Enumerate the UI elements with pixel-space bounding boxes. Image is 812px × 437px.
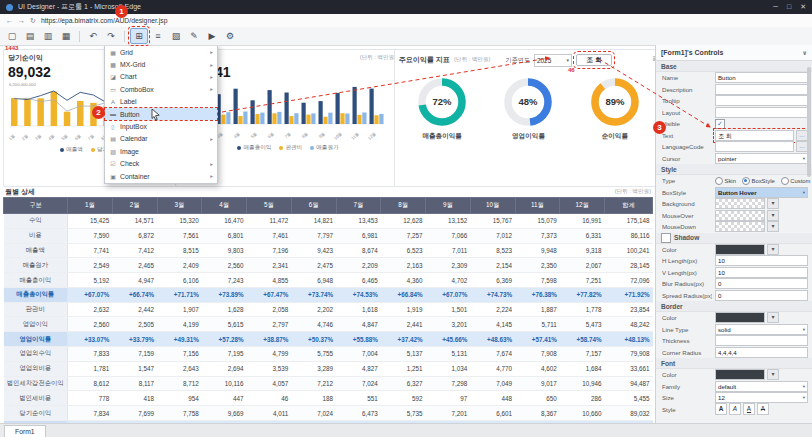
align-icon[interactable]: ≡ xyxy=(150,29,166,43)
svg-text:5월: 5월 xyxy=(250,131,258,139)
prop-cursor-row: Cursorpointer▾ xyxy=(656,153,812,165)
swatch-dropdown-button[interactable]: ▾ xyxy=(767,198,779,209)
prop-family-select[interactable]: default▾ xyxy=(715,381,808,392)
table-cell: 6,601 xyxy=(470,406,515,421)
prop-languagecode-row: LanguageCode… xyxy=(656,141,812,153)
table-row: 영업이익2,5602,5054,1995,6152,7974,7464,8472… xyxy=(4,317,653,332)
prop-visible-row: Visible✓ xyxy=(656,118,812,130)
prop-boxstyle-select[interactable]: Button Hover▾ xyxy=(715,187,808,198)
maximize-button[interactable]: □ xyxy=(787,3,791,11)
prop-h-length-px--input[interactable]: 10 xyxy=(715,255,808,266)
prop-spread-radius-px--input[interactable]: 0 xyxy=(715,290,808,301)
form-tab[interactable]: Form1 xyxy=(4,425,46,437)
table-cell: 16,991 xyxy=(560,214,605,229)
prop-color-color-swatch[interactable] xyxy=(715,312,765,323)
base-year-select[interactable]: 2025 ▾ xyxy=(534,54,572,67)
table-cell: 1,547 xyxy=(112,361,157,376)
edit-icon[interactable]: ✎ xyxy=(186,29,202,43)
refresh-icon[interactable]: ↻ xyxy=(30,17,36,25)
redo-icon[interactable]: ↷ xyxy=(103,29,119,43)
menu-item-mx-grid[interactable]: ▩MX-Grid▸ xyxy=(105,58,217,70)
swatch-dropdown-button[interactable]: ▾ xyxy=(767,369,779,380)
insert-control-icon[interactable]: ⊞ xyxy=(130,28,148,44)
prop-name-input[interactable]: Button xyxy=(715,72,808,83)
swatch-dropdown-button[interactable]: ▾ xyxy=(767,312,779,323)
menu-item-container[interactable]: ▣Container▸ xyxy=(105,170,217,182)
submenu-arrow-icon: ▸ xyxy=(210,161,213,167)
chevron-down-icon: ▾ xyxy=(803,190,805,195)
font-style-button-3[interactable]: A xyxy=(757,403,769,415)
menu-item-grid[interactable]: ▦Grid▸ xyxy=(105,46,217,58)
settings-icon[interactable]: ⚙ xyxy=(222,29,238,43)
prop-tooltip-row: Tooltip xyxy=(656,95,812,107)
radio-boxstyle[interactable]: BoxStyle xyxy=(742,177,775,185)
radio-skin[interactable]: Skin xyxy=(715,177,736,185)
prop-blur-radius-px--input[interactable]: 0 xyxy=(715,278,808,289)
prop-mouseover-color-swatch[interactable] xyxy=(715,210,765,221)
forward-icon[interactable]: → xyxy=(18,17,25,24)
prop-mousedown-color-swatch[interactable] xyxy=(715,221,765,232)
prop-description-input[interactable] xyxy=(715,84,808,95)
prop-cursor-label: Cursor xyxy=(662,155,712,162)
menu-item-check[interactable]: ☑Check▸ xyxy=(105,158,217,170)
row-label: 매출총이익 xyxy=(4,273,68,288)
table-cell: 6,465 xyxy=(336,273,381,288)
menu-item-button[interactable]: ▬Button xyxy=(105,108,217,120)
table-cell: 7,243 xyxy=(202,273,247,288)
prop-v-length-px--input[interactable]: 10 xyxy=(715,267,808,278)
table-cell: 2,202 xyxy=(291,302,336,317)
prop-thickness-input[interactable] xyxy=(715,335,808,346)
back-icon[interactable]: ← xyxy=(6,17,13,24)
section-title: Shadow xyxy=(674,234,699,241)
prop-color-label: Color xyxy=(662,371,712,378)
swatch-dropdown-button[interactable]: ▾ xyxy=(767,210,779,221)
chevron-down-icon: ▾ xyxy=(803,156,805,161)
prop-tooltip-input[interactable] xyxy=(715,95,808,106)
preview-icon[interactable]: ▶ xyxy=(204,29,220,43)
table-cell: +33.79% xyxy=(112,332,157,347)
radio-custom[interactable]: Custom xyxy=(781,177,811,185)
minimize-button[interactable]: ─ xyxy=(773,3,778,11)
prop-layout-input[interactable] xyxy=(715,107,808,118)
menu-item-label[interactable]: ALabel xyxy=(105,96,217,108)
properties-scrollbar[interactable] xyxy=(807,67,811,177)
prop-corner-radius-input[interactable]: 4,4,4,4 xyxy=(715,347,808,358)
prop-visible-checkbox[interactable]: ✓ xyxy=(715,119,725,129)
swatch-dropdown-button[interactable]: ▾ xyxy=(767,221,779,232)
prop-background-color-swatch[interactable] xyxy=(715,198,765,209)
menu-item-image[interactable]: ▨Image xyxy=(105,145,217,157)
table-cell: 954 xyxy=(157,391,202,406)
address-input[interactable]: https://epa.bimatrix.com/AUD/designer.js… xyxy=(41,17,168,24)
table-cell: 1,684 xyxy=(560,361,605,376)
search-button[interactable]: 조 회 xyxy=(576,54,612,66)
table-cell: 72,096 xyxy=(605,273,653,288)
save-icon[interactable]: ▥ xyxy=(40,29,56,43)
font-style-button-1[interactable]: A xyxy=(729,403,741,415)
menu-item-chart[interactable]: ◪Chart▸ xyxy=(105,71,217,83)
prop-languagecode-input[interactable] xyxy=(715,141,794,152)
table-cell: +74.53% xyxy=(336,287,381,302)
new-file-icon[interactable]: ▢ xyxy=(4,29,20,43)
table-cell: 7,004 xyxy=(336,347,381,362)
prop-color-color-swatch[interactable] xyxy=(715,244,765,255)
prop-text-input[interactable]: 조 회 xyxy=(715,130,794,141)
menu-item-inputbox[interactable]: ▯InputBox xyxy=(105,120,217,132)
menu-item-combobox[interactable]: ▭ComboBox▸ xyxy=(105,83,217,95)
collapse-icon[interactable]: ∨ xyxy=(802,49,807,56)
undo-icon[interactable]: ↶ xyxy=(85,29,101,43)
prop-line-type-select[interactable]: solid▾ xyxy=(715,324,808,335)
font-style-button-2[interactable]: A xyxy=(743,403,755,415)
font-style-button-0[interactable]: A xyxy=(715,403,727,415)
prop-size-select[interactable]: 12▾ xyxy=(715,392,808,403)
open-icon[interactable]: ▤ xyxy=(22,29,38,43)
swatch-dropdown-button[interactable]: ▾ xyxy=(767,244,779,255)
table-cell: 2,505 xyxy=(112,317,157,332)
prop-color-color-swatch[interactable] xyxy=(715,369,765,380)
shadow-checkbox[interactable] xyxy=(661,233,671,243)
print-icon[interactable]: ▦ xyxy=(58,29,74,43)
prop-cursor-select[interactable]: pointer▾ xyxy=(715,153,808,164)
layers-icon[interactable]: ▧ xyxy=(168,29,184,43)
close-button[interactable]: ✕ xyxy=(800,3,806,11)
menu-item-label: Chart xyxy=(120,73,137,80)
menu-item-calendar[interactable]: ▤Calendar▸ xyxy=(105,133,217,145)
